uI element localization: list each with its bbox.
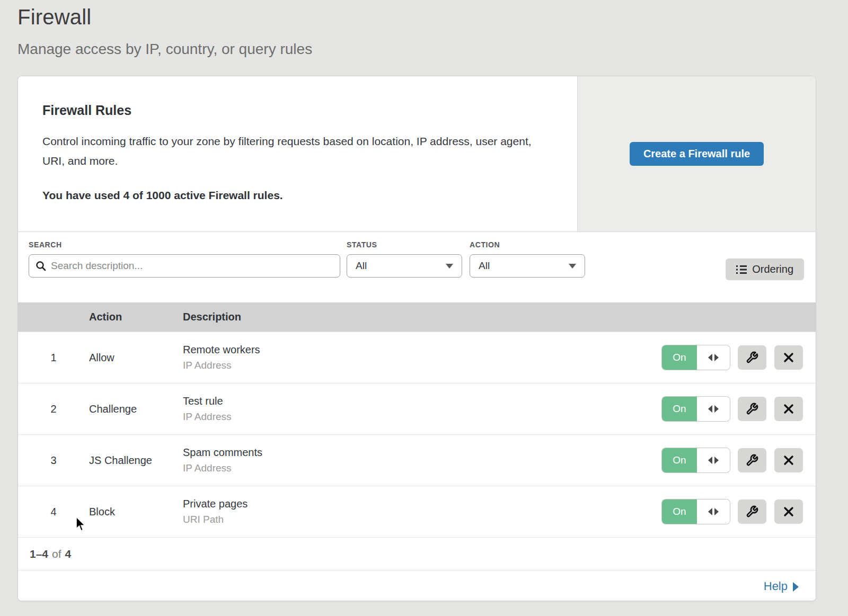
table-row: 1 Allow Remote workers IP Address On — [18, 332, 816, 383]
help-link[interactable]: Help — [764, 579, 799, 593]
table-header: Action Description — [18, 302, 816, 332]
page-subtitle: Manage access by IP, country, or query r… — [17, 41, 848, 58]
table-row: 3 JS Challenge Spam comments IP Address … — [18, 434, 816, 486]
chevron-down-icon — [446, 264, 453, 269]
pagination-range: 1–4 — [30, 548, 48, 560]
rule-description: Private pages — [183, 498, 662, 510]
rule-action: Block — [89, 506, 183, 518]
rule-enabled-toggle[interactable]: On — [662, 499, 730, 524]
rule-description: Spam comments — [183, 447, 662, 459]
page-header: Firewall Manage access by IP, country, o… — [0, 0, 848, 58]
create-rule-panel: Create a Firewall rule — [577, 76, 816, 231]
edit-rule-button[interactable] — [738, 448, 766, 472]
rule-description: Remote workers — [183, 344, 662, 356]
edit-rule-button[interactable] — [738, 499, 766, 524]
search-input[interactable] — [51, 260, 333, 272]
rule-match-type: URI Path — [183, 514, 662, 525]
rules-description: Control incoming traffic to your zone by… — [42, 132, 545, 171]
action-select[interactable]: All — [470, 254, 585, 278]
close-icon — [783, 404, 794, 414]
status-filter-group: STATUS All — [347, 240, 462, 278]
pagination-of: of — [52, 548, 61, 560]
rule-match-type: IP Address — [183, 411, 662, 423]
rule-description-cell: Remote workers IP Address — [183, 344, 662, 371]
column-description: Description — [183, 311, 816, 323]
ordering-button-label: Ordering — [752, 263, 793, 275]
arrow-left-icon — [708, 405, 712, 413]
rule-priority: 3 — [18, 454, 89, 467]
status-select-value: All — [356, 260, 367, 272]
rule-action: Allow — [89, 352, 183, 364]
chevron-down-icon — [569, 264, 576, 269]
rule-priority: 4 — [18, 506, 89, 518]
rule-controls: On — [662, 345, 816, 370]
edit-rule-button[interactable] — [738, 397, 766, 421]
rule-priority: 2 — [18, 403, 89, 415]
rules-usage-count: You have used 4 of 1000 active Firewall … — [42, 189, 545, 202]
toggle-on-label: On — [662, 397, 697, 421]
action-select-value: All — [479, 260, 490, 272]
toggle-on-label: On — [662, 345, 697, 370]
arrow-right-icon — [714, 405, 719, 413]
toggle-handle[interactable] — [697, 397, 730, 421]
edit-rule-button[interactable] — [738, 345, 766, 370]
toggle-handle[interactable] — [697, 448, 730, 472]
wrench-icon — [746, 454, 758, 467]
table-row: 4 Block Private pages URI Path On — [18, 486, 816, 537]
rule-enabled-toggle[interactable]: On — [662, 448, 730, 472]
arrow-left-icon — [708, 354, 712, 361]
toggle-handle[interactable] — [697, 499, 730, 524]
rule-action: Challenge — [89, 403, 183, 415]
arrow-right-icon — [714, 508, 719, 515]
ordering-button[interactable]: Ordering — [726, 258, 804, 280]
toggle-on-label: On — [662, 448, 697, 472]
status-select[interactable]: All — [347, 254, 462, 278]
rule-match-type: IP Address — [183, 462, 662, 474]
delete-rule-button[interactable] — [774, 448, 803, 472]
delete-rule-button[interactable] — [774, 499, 803, 524]
close-icon — [783, 506, 794, 517]
wrench-icon — [746, 403, 758, 415]
rule-match-type: IP Address — [183, 360, 662, 371]
status-label: STATUS — [347, 240, 462, 249]
delete-rule-button[interactable] — [774, 397, 803, 421]
rule-description: Test rule — [183, 395, 662, 407]
rules-heading: Firewall Rules — [42, 103, 545, 118]
rule-enabled-toggle[interactable]: On — [662, 397, 730, 421]
help-link-label: Help — [764, 579, 788, 593]
action-filter-group: ACTION All — [470, 240, 585, 278]
arrow-right-icon — [793, 582, 799, 592]
help-row: Help — [18, 570, 816, 601]
rule-action: JS Challenge — [89, 454, 183, 467]
filter-bar: SEARCH STATUS All ACTION — [18, 232, 816, 302]
wrench-icon — [746, 351, 758, 364]
column-action: Action — [89, 311, 183, 323]
card-top-section: Firewall Rules Control incoming traffic … — [18, 76, 816, 232]
rule-description-cell: Spam comments IP Address — [183, 447, 662, 474]
rules-description-section: Firewall Rules Control incoming traffic … — [18, 76, 577, 231]
wrench-icon — [746, 505, 758, 518]
search-filter-group: SEARCH — [29, 240, 340, 278]
list-ordering-icon — [736, 265, 747, 274]
action-label: ACTION — [470, 240, 585, 249]
pagination-row: 1–4 of 4 — [18, 537, 816, 570]
search-box[interactable] — [29, 254, 340, 278]
rule-controls: On — [662, 397, 816, 421]
delete-rule-button[interactable] — [774, 345, 803, 370]
rule-controls: On — [662, 448, 816, 472]
page-title: Firewall — [17, 5, 848, 29]
rule-priority: 1 — [18, 352, 89, 364]
toggle-on-label: On — [662, 499, 697, 524]
close-icon — [783, 455, 794, 466]
create-firewall-rule-button[interactable]: Create a Firewall rule — [630, 142, 764, 166]
search-label: SEARCH — [29, 240, 340, 249]
close-icon — [783, 352, 794, 363]
toggle-handle[interactable] — [697, 345, 730, 370]
table-row: 2 Challenge Test rule IP Address On — [18, 383, 816, 434]
rule-controls: On — [662, 499, 816, 524]
rule-description-cell: Test rule IP Address — [183, 395, 662, 423]
arrow-left-icon — [708, 508, 712, 515]
rule-enabled-toggle[interactable]: On — [662, 345, 730, 370]
arrow-right-icon — [714, 457, 719, 464]
arrow-left-icon — [708, 457, 712, 464]
